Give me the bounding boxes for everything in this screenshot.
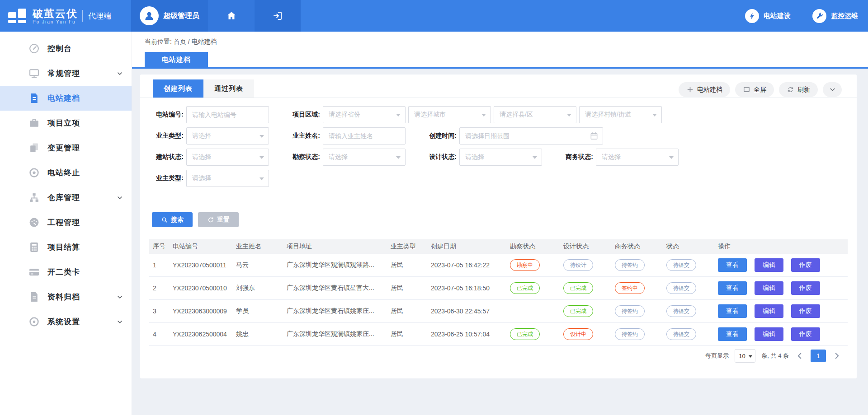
sidebar-item-system-settings[interactable]: 系统设置 — [0, 309, 132, 334]
sidebar-item-project-settlement[interactable]: 项目结算 — [0, 235, 132, 260]
document-icon — [28, 93, 40, 104]
calculator-icon — [28, 242, 40, 253]
view-button[interactable]: 查看 — [718, 327, 747, 341]
home-button[interactable] — [208, 0, 255, 32]
calendar-icon — [590, 131, 599, 140]
edit-button[interactable]: 编辑 — [755, 304, 783, 318]
breadcrumb-home-link[interactable]: 首页 — [174, 38, 186, 45]
sidebar-item-change-mgmt[interactable]: 变更管理 — [0, 135, 132, 160]
owner-type2-select[interactable]: 请选择 — [186, 170, 269, 187]
logout-button[interactable] — [255, 0, 301, 32]
survey-status-select[interactable]: 请选择 — [323, 149, 406, 166]
owner-type2-label: 业主类型: — [153, 174, 184, 182]
collapse-button[interactable] — [823, 82, 842, 97]
col-header: 状态 — [663, 242, 714, 251]
sidebar-item-warehouse-mgmt[interactable]: 仓库管理 — [0, 185, 132, 210]
reset-icon — [207, 216, 214, 224]
sidebar-item-project-initiation[interactable]: 项目立项 — [0, 111, 132, 135]
view-button[interactable]: 查看 — [718, 304, 747, 318]
nav-station-build-label: 电站建设 — [764, 12, 791, 20]
business-status-badge: 待签约 — [615, 328, 645, 340]
cell-owner-type: 居民 — [387, 307, 427, 315]
design-status-select[interactable]: 请选择 — [459, 149, 542, 166]
business-status-select[interactable]: 请选择 — [596, 149, 679, 166]
view-button[interactable]: 查看 — [718, 281, 747, 295]
filter-form: 电站编号: 项目区域: 请选择省份 请选择城市 请选择县/区 请选择村镇/街道 … — [153, 106, 679, 191]
sidebar-item-general-mgmt[interactable]: 常规管理 — [0, 61, 132, 86]
sidebar-item-console[interactable]: 控制台 — [0, 36, 132, 61]
owner-type-label: 业主类型: — [153, 132, 184, 140]
breadcrumb-current: 电站建档 — [191, 38, 217, 45]
next-page-icon[interactable] — [832, 351, 842, 361]
caret-down-icon — [259, 156, 264, 159]
design-status-label: 设计状态: — [426, 153, 457, 161]
search-label: 搜索 — [171, 216, 184, 224]
nav-monitor-ops[interactable]: 监控运维 — [812, 9, 858, 23]
nav-monitor-ops-label: 监控运维 — [831, 12, 858, 20]
briefcase-icon — [28, 117, 40, 129]
archive-icon — [28, 291, 40, 303]
county-select[interactable]: 请选择县/区 — [494, 106, 576, 123]
created-range-picker[interactable] — [459, 127, 603, 145]
breadcrumb-prefix: 当前位置: — [145, 38, 174, 45]
cell-address: 广东深圳龙华区观澜镇观湖路... — [283, 261, 387, 269]
sidebar-item-data-archive[interactable]: 资料归档 — [0, 284, 132, 309]
owner-name-input[interactable] — [323, 127, 406, 145]
sidebar-item-type2-card[interactable]: 开二类卡 — [0, 260, 132, 284]
cell-owner-type: 居民 — [387, 330, 427, 338]
cell-created-date: 2023-07-05 16:18:50 — [427, 284, 506, 292]
view-button[interactable]: 查看 — [718, 258, 747, 272]
per-page-value: 10 — [739, 353, 745, 359]
void-button[interactable]: 作废 — [791, 327, 820, 341]
plus-icon — [686, 86, 694, 93]
logout-icon — [272, 10, 283, 21]
survey-status-badge: 勘察中 — [510, 259, 540, 271]
cell-index: 2 — [149, 284, 169, 292]
cell-owner-name: 学员 — [232, 307, 283, 315]
fullscreen-button[interactable]: 全屏 — [735, 82, 774, 97]
caret-down-icon — [533, 156, 537, 159]
station-code-input[interactable] — [186, 106, 269, 123]
tab-passed-list[interactable]: 通过列表 — [203, 79, 254, 98]
sidebar-item-station-termination[interactable]: 电站终止 — [0, 160, 132, 185]
col-header: 商务状态 — [611, 242, 663, 251]
void-button[interactable]: 作废 — [791, 281, 820, 295]
tab-create-list[interactable]: 创建列表 — [153, 79, 203, 98]
sidebar-item-label: 控制台 — [47, 43, 72, 54]
sidebar-item-engineering-mgmt[interactable]: 工程管理 — [0, 210, 132, 235]
content-area: 创建列表 通过列表 电站建档 全屏 刷新 — [132, 69, 868, 415]
edit-button[interactable]: 编辑 — [755, 327, 783, 341]
void-button[interactable]: 作废 — [791, 258, 820, 272]
breadcrumb: 当前位置: 首页 / 电站建档 — [145, 38, 217, 46]
edit-button[interactable]: 编辑 — [755, 258, 783, 272]
city-select[interactable]: 请选择城市 — [408, 106, 491, 123]
create-station-button[interactable]: 电站建档 — [679, 82, 730, 97]
prev-page-icon[interactable] — [795, 351, 805, 361]
refresh-button[interactable]: 刷新 — [779, 82, 818, 97]
owner-type-select[interactable]: 请选择 — [186, 127, 269, 145]
caret-down-icon — [669, 156, 674, 159]
page-tab-station-archive[interactable]: 电站建档 — [145, 52, 208, 67]
reset-label: 重置 — [217, 216, 230, 224]
void-button[interactable]: 作废 — [791, 304, 820, 318]
cell-station-code: YX2023070500010 — [169, 284, 232, 292]
col-header: 业主姓名 — [232, 242, 283, 251]
sidebar-item-label: 工程管理 — [47, 217, 80, 228]
design-status-badge: 设计中 — [563, 328, 593, 340]
build-status-select[interactable]: 请选择 — [186, 149, 269, 166]
brand-subtitle: Po Jian Yun Fu — [33, 19, 78, 24]
created-range-input[interactable] — [459, 127, 603, 145]
edit-button[interactable]: 编辑 — [755, 281, 783, 295]
village-select[interactable]: 请选择村镇/街道 — [579, 106, 662, 123]
per-page-select[interactable]: 10 — [735, 349, 755, 363]
page-number-button[interactable]: 1 — [811, 350, 826, 362]
sidebar-item-station-archive[interactable]: 电站建档 — [0, 86, 132, 111]
search-button[interactable]: 搜索 — [152, 212, 193, 227]
reset-button[interactable]: 重置 — [198, 212, 239, 227]
chevron-down-icon — [116, 318, 123, 326]
province-select[interactable]: 请选择省份 — [323, 106, 406, 123]
col-header: 勘察状态 — [506, 242, 560, 251]
user-menu[interactable]: 超级管理员 — [131, 0, 208, 32]
nav-station-build[interactable]: 电站建设 — [745, 9, 791, 23]
sidebar-item-label: 变更管理 — [47, 143, 80, 153]
